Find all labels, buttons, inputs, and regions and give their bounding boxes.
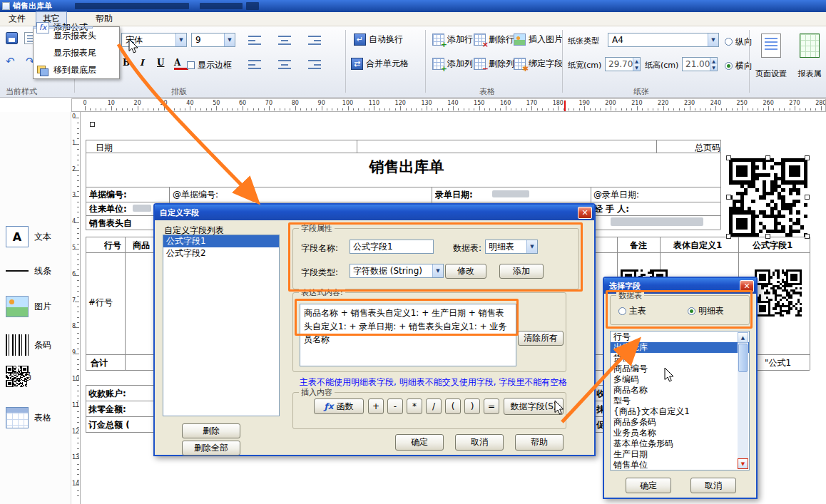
selection-handle[interactable] [765,155,770,160]
op-open-paren-button[interactable]: ( [445,398,461,414]
close-icon[interactable]: ✕ [578,207,592,219]
cancel-button[interactable]: 取消 [455,434,504,451]
ok-button[interactable]: 确定 [395,434,444,451]
selection-handle[interactable] [726,234,731,239]
selection-handle[interactable] [805,234,810,239]
handler-label[interactable]: 经 手 人: [594,203,629,215]
insert-image-button[interactable]: 插入图片 [514,34,563,46]
align-middle-icon[interactable] [277,35,292,46]
font-size-select[interactable]: 9▼ [191,33,235,47]
entry-date-field[interactable]: @录单日期: [593,189,639,201]
undo-button[interactable]: ↶ [6,56,15,67]
vertical-ruler[interactable]: 01234567891011121314 [71,112,81,504]
formula-cell[interactable]: "公式1 [765,357,791,369]
op-plus-button[interactable]: + [368,398,384,414]
sum-label[interactable]: 合计 [91,357,108,369]
font-name-select[interactable]: 宋体▼ [121,33,187,47]
help-button[interactable]: 帮助 [515,434,564,451]
drag-handle[interactable] [90,122,95,127]
tool-line[interactable]: 线条 [0,260,71,282]
paper-type-select[interactable]: A4▼ [608,33,719,47]
bind-field-button[interactable]: ✱绑定字段 [514,58,563,70]
selection-handle[interactable] [726,195,731,200]
field-list-item[interactable]: 出库仓库 [611,342,749,353]
delete-field-button[interactable]: 删除 [182,423,240,438]
field-list-item[interactable]: 基本单位条形码 [611,438,749,449]
selection-handle[interactable] [765,234,770,239]
right-col-label[interactable]: 抹零 [596,403,603,416]
add-row-button[interactable]: +添加行 [432,34,473,46]
field-list-item[interactable]: 货位 [611,353,749,364]
save-button[interactable] [6,32,18,44]
op-divide-button[interactable]: / [426,398,442,414]
op-minus-button[interactable]: - [387,398,403,414]
ok-button[interactable]: 确定 [626,478,671,493]
col-header-body-custom[interactable]: 表体自定义1 [673,240,722,252]
report-properties-button[interactable]: 报表属 [792,31,826,82]
doc-no-field[interactable]: @单据编号: [173,189,218,201]
dialog-titlebar[interactable]: 自定义字段✕ [155,205,594,220]
field-list-item[interactable]: 商品编号 [611,364,749,374]
report-title[interactable]: 销售出库单 [325,157,489,177]
horizontal-ruler[interactable]: 0102030405060708090100110120130140150160… [71,98,826,112]
field-list-item[interactable]: 行号 [611,331,749,342]
field-list-item[interactable]: 商品名称 [611,385,749,396]
delete-all-button[interactable]: 删除全部 [182,441,240,456]
col-header-product[interactable]: 商品 [133,240,153,252]
body-row-no-cell[interactable]: #行号 [88,297,113,309]
font-color-button[interactable]: A [174,58,188,70]
op-equals-button[interactable]: = [484,398,499,414]
op-close-paren-button[interactable]: ) [464,398,480,414]
qr-code[interactable] [755,269,802,317]
merge-cells-button[interactable]: ⇄合并单元格 [351,58,409,70]
menu-item-move-to-bottom[interactable]: 移到最底层 [34,61,119,78]
right-col-label[interactable]: 促销 [596,419,603,431]
selection-handle[interactable] [805,155,810,160]
field-list-item[interactable]: 销售单位 [611,460,749,470]
align-right-icon[interactable] [307,59,322,70]
data-field-button[interactable]: 数据字段(S) [504,398,564,415]
tool-image[interactable]: 图片 [0,296,71,317]
field-list-item[interactable]: 型号 [611,396,749,406]
list-item[interactable]: 公式字段1 [163,235,279,247]
delete-column-button[interactable]: −删除列 [474,58,514,70]
bold-button[interactable]: B [123,58,137,68]
entry-date-label[interactable]: 录单日期: [435,189,473,201]
show-border-checkbox[interactable]: 显示边框 [187,59,232,71]
select-field-list[interactable]: 行号出库仓库货位商品编号多编码商品名称型号{商品}文本自定义1商品多条码业务员名… [610,331,750,470]
field-list-item[interactable]: {商品}文本自定义1 [611,406,749,417]
page-setup-button[interactable]: 页面设置 [753,31,789,82]
function-button[interactable]: ƒx函数 [314,398,364,414]
align-bottom-icon[interactable] [307,35,322,46]
menu-item-show-report-footer[interactable]: 显示报表尾 [34,44,119,61]
field-list-item[interactable]: 商品多条码 [611,417,749,428]
delete-row-button[interactable]: ×删除行 [474,34,514,46]
selection-handle[interactable] [805,195,810,200]
scroll-up-icon[interactable]: ▲ [738,332,748,343]
doc-no-label[interactable]: 单据编号: [89,189,127,201]
tool-barcode[interactable]: 条码 [0,334,71,356]
align-left-icon[interactable] [247,59,262,70]
menu-item-file[interactable]: 文件 [1,11,33,26]
field-list-item[interactable]: 多编码 [611,374,749,385]
account-label[interactable]: 收款账户: [88,388,126,400]
qr-code-large[interactable] [729,158,807,237]
paper-width-stepper[interactable]: 29.70▲▼ [605,57,641,71]
list-item[interactable]: 公式字段2 [163,247,279,259]
auto-wrap-button[interactable]: ↵自动换行 [354,34,403,46]
selection-handle[interactable] [726,155,731,160]
scroll-down-icon[interactable]: ▼ [738,458,748,469]
col-header-row-no[interactable]: 行号 [104,240,121,252]
italic-button[interactable]: I [140,58,154,68]
op-multiply-button[interactable]: * [407,398,422,414]
date-cell[interactable]: 日期 [96,142,113,154]
menu-item-add-formula[interactable]: fx添加公式 [34,27,92,28]
deposit-label[interactable]: 订金总额 ( [88,419,130,431]
tool-text[interactable]: A文本 [0,226,71,247]
tool-qrcode[interactable]: 二维码 [0,370,71,382]
scrollbar[interactable]: ▲ ▼ [738,332,748,469]
rounding-label[interactable]: 抹零金额: [88,403,126,416]
tool-table[interactable]: 表格 [0,407,71,428]
header-custom-label[interactable]: 销售表头自 [89,217,152,230]
add-column-button[interactable]: +添加列 [432,58,473,70]
